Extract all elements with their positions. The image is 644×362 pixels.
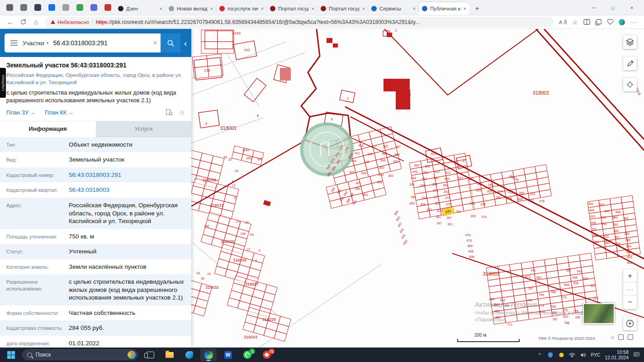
parcel-number-label[interactable]: 305 (517, 198, 523, 201)
parcel-number-label[interactable]: 23 (235, 169, 238, 172)
parcel-number-label[interactable]: 216 (204, 68, 210, 72)
parcel-number-label[interactable]: 809 (540, 310, 545, 314)
parcel-number-label[interactable]: 263 (488, 183, 493, 186)
parcel-number-label[interactable]: 779 (561, 296, 567, 299)
language-indicator[interactable]: РУС (591, 352, 600, 357)
parcel-number-label[interactable]: 5 (234, 196, 236, 200)
parcel-number-label[interactable]: 315 (603, 235, 609, 238)
parcel-number-label[interactable]: 357 (446, 216, 452, 219)
clock[interactable]: 10:58 12.01.2024 (605, 349, 629, 360)
parcel-number-label[interactable]: 775 (562, 309, 568, 312)
parcel-number-label[interactable]: 37 (462, 159, 466, 163)
taskbar-app-file-explorer[interactable] (161, 348, 178, 361)
parcel-number-label[interactable]: 295 (480, 203, 486, 206)
parcel-number-label[interactable]: 464 (393, 210, 399, 216)
parcel-number-label[interactable]: 392 (388, 174, 393, 177)
quarter-number-label[interactable]: 318003 (483, 271, 500, 276)
parcel-number-label[interactable]: 545 (564, 283, 569, 286)
network-icon[interactable] (569, 352, 575, 357)
parcel-number-label[interactable]: 265 (487, 190, 492, 193)
parcel-number-label[interactable]: 393 (379, 166, 384, 169)
refresh-button[interactable] (17, 16, 29, 28)
parcel-number-label[interactable]: 509 (626, 245, 631, 248)
parcel-number-label[interactable]: 35 (223, 156, 227, 159)
locate-button[interactable] (623, 317, 637, 330)
parcel-number-label[interactable]: 250 (204, 224, 209, 228)
parcel-number-label[interactable]: 298 (615, 242, 620, 245)
parcel-number-label[interactable]: 383 (362, 193, 368, 196)
plan-zu-link[interactable]: План ЗУ → (6, 110, 36, 116)
parcel-number-label[interactable]: 785 (575, 316, 580, 319)
parcel-number-label[interactable]: 4160 (232, 31, 241, 35)
parcel-number-label[interactable]: 314 (593, 297, 598, 300)
parcel-number-label[interactable]: 350 (604, 241, 610, 244)
pinned-tab-red-logo[interactable] (101, 0, 115, 14)
quarter-number-label[interactable]: 316043 (244, 335, 257, 339)
parcel-number-label[interactable]: 413 (378, 173, 384, 176)
parcel-number-label[interactable]: 453 (494, 310, 500, 313)
parcel-number-label[interactable]: 418 (358, 144, 364, 147)
parcel-number-label[interactable]: 417 (371, 145, 377, 148)
parcel-number-label[interactable]: 4 (255, 259, 257, 262)
rewards-icon[interactable] (616, 16, 628, 28)
parcel-number-label[interactable]: 270 (445, 196, 450, 200)
tab-close-icon[interactable]: × (362, 6, 365, 11)
tab-close-icon[interactable]: × (261, 6, 264, 11)
parcel-number-label[interactable]: 384 (394, 153, 400, 156)
parcel-number-label[interactable]: 301 (447, 223, 453, 226)
parcel-number-label[interactable]: 505 (627, 256, 632, 259)
extent-icon[interactable] (618, 334, 624, 340)
parcel-number-label[interactable]: 329 (435, 202, 440, 205)
quarter-number-label[interactable]: 316033 (210, 203, 223, 208)
parcel-number-label[interactable]: 395 (380, 159, 386, 162)
parcel-number-label[interactable]: 287 (469, 177, 474, 181)
search-highlight-image[interactable] (128, 351, 136, 359)
cadastral-block[interactable] (199, 110, 219, 128)
tab-5[interactable]: Портал госуда...× (317, 2, 368, 15)
position-button[interactable] (623, 78, 637, 91)
volume-icon[interactable] (580, 352, 586, 357)
attribute-value-link[interactable]: 56:43:0318003 (69, 186, 185, 194)
parcel-number-label[interactable]: 256 (411, 195, 416, 199)
parcel-number-label[interactable]: 9 (259, 249, 260, 252)
parcel-number-label[interactable]: 431 (401, 233, 406, 240)
parcel-number-label[interactable]: 552 (566, 269, 571, 272)
parcel-number-label[interactable]: 489 (467, 244, 473, 248)
quarter-number-label[interactable]: 316037 (245, 282, 259, 286)
parcel-number-label[interactable]: 404 (393, 160, 398, 163)
home-view-icon[interactable]: ⌂ (611, 334, 614, 340)
parcel-number-label[interactable]: 244 (411, 176, 416, 180)
parcel-number-label[interactable]: 249 (420, 184, 426, 187)
parcel-number-label[interactable]: 342 (604, 210, 610, 213)
parcel-number-label[interactable]: 300 (624, 232, 630, 235)
parcel-number-label[interactable]: 142 (244, 48, 250, 52)
tab-close-icon[interactable]: × (464, 6, 466, 11)
parcel-number-label[interactable]: 283 (423, 171, 428, 174)
parcel-number-label[interactable]: 262 (444, 190, 449, 193)
parcel-number-label[interactable]: 23 (236, 220, 240, 223)
parcel-number-label[interactable]: 453 (395, 216, 401, 222)
parcel-number-label[interactable]: 496 (504, 304, 510, 307)
parcel-number-label[interactable]: 264 (507, 197, 512, 200)
shield-icon[interactable] (547, 352, 554, 358)
parcel-number-label[interactable]: 771 (507, 323, 512, 326)
panel-collapse-button[interactable]: ‹ (180, 29, 190, 57)
parcel-number-label[interactable]: 426 (361, 171, 366, 175)
measure-button[interactable] (623, 57, 637, 70)
parcel-number-label[interactable]: 247 (436, 222, 442, 225)
parcel-number-label[interactable]: 6 (331, 118, 333, 121)
parcel-number-label[interactable]: 304 (420, 203, 426, 206)
parcel-number-label[interactable]: 467 (495, 316, 501, 319)
pinned-tab-eco-refresh[interactable] (73, 0, 87, 14)
cadastral-block[interactable] (244, 78, 266, 102)
parcel-number-label[interactable]: 774 (539, 304, 544, 307)
parcel-number-label[interactable]: 538 (573, 281, 578, 285)
parcel-number-label[interactable]: 297 (426, 208, 432, 211)
parcel-number-label[interactable]: 351 (601, 222, 607, 225)
parcel-number-label[interactable]: 5 (205, 122, 208, 126)
parcel-number-label[interactable]: 334 (589, 209, 594, 212)
favorites-star-icon[interactable]: ☆ (569, 16, 581, 28)
parcel-number-label[interactable]: 2 (347, 97, 349, 100)
quarter-number-label[interactable]: 316039 (203, 178, 216, 182)
parcel-number-label[interactable]: 421 (355, 152, 360, 155)
